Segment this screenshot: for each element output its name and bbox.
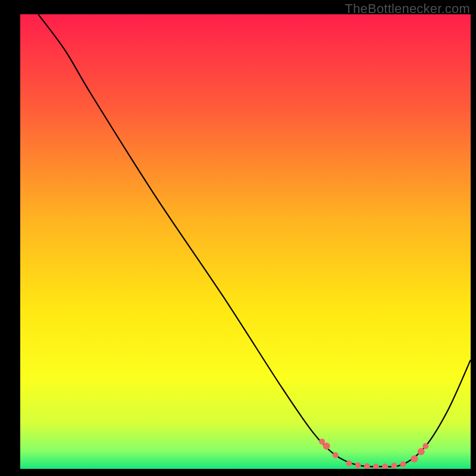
- chart-svg: [20, 14, 471, 469]
- curve-marker: [333, 452, 339, 458]
- curve-marker: [364, 463, 370, 469]
- curve-marker: [400, 461, 406, 467]
- curve-marker: [418, 448, 425, 455]
- curve-marker: [323, 443, 330, 450]
- curve-marker: [355, 462, 361, 468]
- curve-marker: [411, 455, 418, 462]
- curve-marker: [391, 463, 397, 469]
- curve-marker: [346, 461, 352, 466]
- chart-frame: [20, 14, 471, 469]
- chart-background: [20, 14, 471, 469]
- curve-marker: [422, 443, 428, 449]
